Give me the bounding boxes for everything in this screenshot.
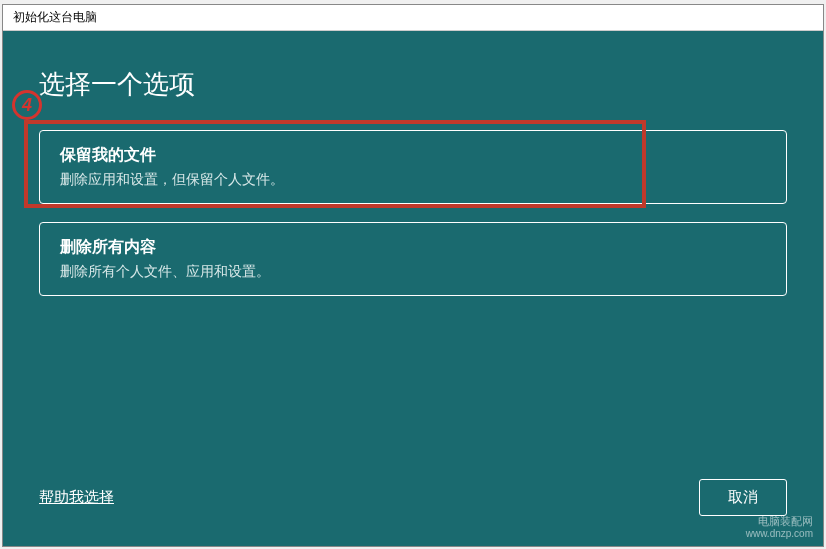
- option-title: 删除所有内容: [60, 237, 766, 258]
- option-remove-all[interactable]: 删除所有内容 删除所有个人文件、应用和设置。: [39, 222, 787, 296]
- watermark-line2: www.dnzp.com: [746, 528, 813, 540]
- watermark-line1: 电脑装配网: [746, 515, 813, 528]
- options-container: 保留我的文件 删除应用和设置，但保留个人文件。 删除所有内容 删除所有个人文件、…: [39, 130, 787, 296]
- window-title: 初始化这台电脑: [13, 9, 97, 26]
- title-bar: 初始化这台电脑: [3, 5, 823, 31]
- option-keep-files[interactable]: 保留我的文件 删除应用和设置，但保留个人文件。: [39, 130, 787, 204]
- option-desc: 删除所有个人文件、应用和设置。: [60, 263, 766, 281]
- cancel-button[interactable]: 取消: [699, 479, 787, 516]
- option-title: 保留我的文件: [60, 145, 766, 166]
- option-desc: 删除应用和设置，但保留个人文件。: [60, 171, 766, 189]
- help-link[interactable]: 帮助我选择: [39, 488, 114, 507]
- dialog-footer: 帮助我选择 取消: [39, 479, 787, 522]
- content-area: 选择一个选项 保留我的文件 删除应用和设置，但保留个人文件。 删除所有内容 删除…: [3, 31, 823, 546]
- watermark: 电脑装配网 www.dnzp.com: [746, 515, 813, 540]
- dialog-window: 初始化这台电脑 选择一个选项 保留我的文件 删除应用和设置，但保留个人文件。 删…: [2, 4, 824, 547]
- page-heading: 选择一个选项: [39, 67, 787, 102]
